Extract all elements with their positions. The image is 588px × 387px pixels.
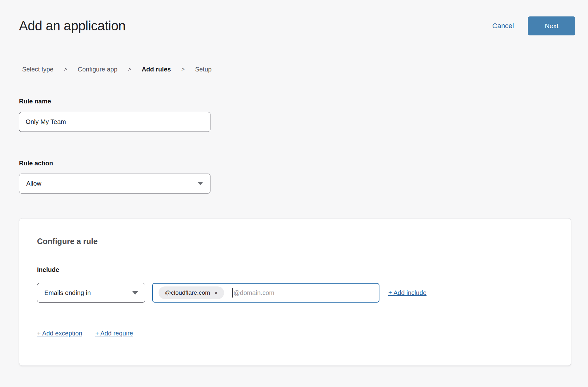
add-include-link[interactable]: + Add include — [388, 289, 427, 297]
remove-tag-icon[interactable]: × — [215, 290, 218, 296]
add-require-link[interactable]: + Add require — [95, 330, 133, 337]
cancel-button[interactable]: Cancel — [492, 22, 514, 30]
rule-action-label: Rule action — [19, 160, 588, 167]
header-actions: Cancel Next — [492, 16, 575, 35]
rule-action-select[interactable]: Allow — [19, 174, 210, 194]
card-heading: Configure a rule — [37, 237, 571, 246]
email-tag: @cloudflare.com × — [159, 286, 224, 299]
step-add-rules[interactable]: Add rules — [142, 66, 171, 73]
add-exception-link[interactable]: + Add exception — [37, 330, 82, 337]
configure-rule-card: Configure a rule Include Emails ending i… — [19, 218, 571, 366]
chevron-down-icon — [132, 291, 138, 295]
step-configure-app[interactable]: Configure app — [78, 66, 117, 73]
rule-name-field: Rule name — [19, 98, 588, 132]
include-selector-value: Emails ending in — [44, 289, 91, 297]
include-selector-select[interactable]: Emails ending in — [37, 283, 145, 303]
rule-action-field: Rule action Allow — [19, 160, 588, 194]
text-cursor — [232, 288, 233, 298]
wizard-steps: Select type > Configure app > Add rules … — [22, 66, 588, 73]
add-application-page: Add an application Cancel Next Select ty… — [0, 0, 588, 387]
email-domains-input[interactable]: @cloudflare.com × @domain.com — [152, 283, 379, 303]
step-select-type[interactable]: Select type — [22, 66, 53, 73]
step-separator-icon: > — [128, 66, 131, 73]
include-label: Include — [37, 266, 571, 273]
email-tag-label: @cloudflare.com — [165, 289, 210, 296]
step-setup[interactable]: Setup — [195, 66, 211, 73]
step-separator-icon: > — [64, 66, 67, 73]
next-button[interactable]: Next — [528, 16, 575, 35]
email-input-placeholder: @domain.com — [234, 289, 274, 297]
step-separator-icon: > — [181, 66, 185, 73]
rule-action-value: Allow — [26, 180, 41, 187]
page-header: Add an application Cancel Next — [0, 0, 588, 35]
page-title: Add an application — [19, 18, 126, 34]
include-row: Emails ending in @cloudflare.com × @doma… — [37, 283, 571, 303]
rule-name-label: Rule name — [19, 98, 588, 105]
chevron-down-icon — [197, 182, 203, 185]
rule-extra-links: + Add exception + Add require — [37, 330, 571, 337]
rule-name-input[interactable] — [19, 112, 210, 132]
